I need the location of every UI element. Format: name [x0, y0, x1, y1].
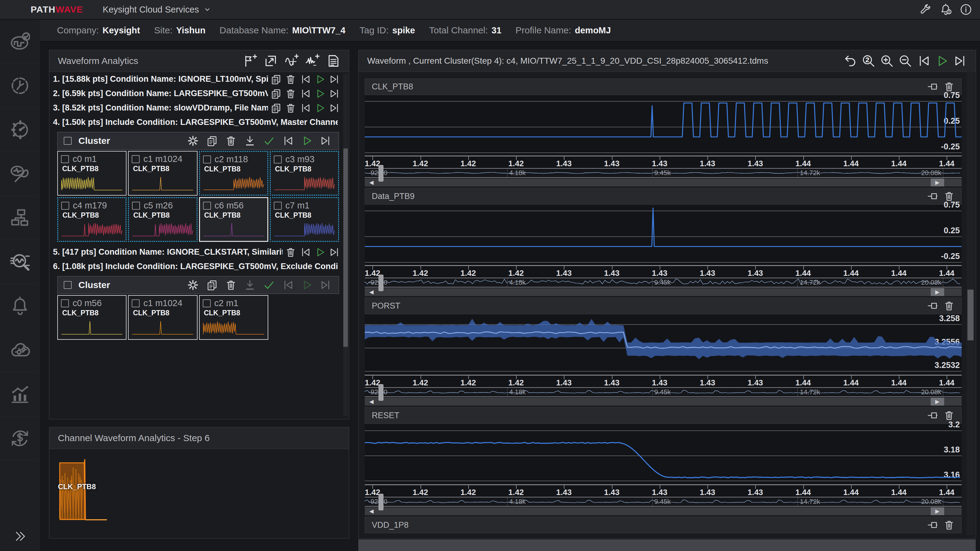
undo-icon[interactable]	[843, 54, 857, 68]
chart-scrollbar[interactable]: ◀▶	[365, 507, 962, 515]
tile-checkbox[interactable]	[203, 202, 211, 210]
cluster-tile-c6[interactable]: c6 m56CLK_PTB8	[199, 197, 268, 242]
download-icon[interactable]	[244, 279, 256, 291]
horizontal-scrollbar[interactable]	[358, 539, 976, 551]
chart-overview-strip[interactable]: -920.04.18k9.45k14.72k20.08k	[365, 168, 962, 178]
tile-checkbox[interactable]	[132, 202, 140, 210]
export-plus-icon[interactable]	[264, 54, 278, 68]
chart-plot[interactable]: 3.2583.25563.2532	[365, 315, 962, 375]
trash-icon[interactable]	[225, 135, 237, 147]
step-back-icon[interactable]	[282, 279, 294, 291]
wrench-icon[interactable]	[920, 3, 932, 16]
pin-icon[interactable]	[927, 300, 938, 311]
analytics-scrollbar[interactable]	[343, 74, 348, 416]
analytics-step-row-2[interactable]: 2. [6.59k pts] Condition Name: LARGESPIK…	[49, 86, 342, 101]
scroll-right-button[interactable]: ▶	[931, 398, 944, 406]
overview-slider-handle[interactable]	[379, 275, 383, 291]
analytics-step-row-6[interactable]: 6. [1.08k pts] Include Condition: LARGES…	[49, 259, 342, 274]
overview-slider-handle[interactable]	[379, 494, 383, 510]
tile-checkbox[interactable]	[203, 299, 211, 307]
analytics-scrollbar-handle[interactable]	[343, 148, 348, 347]
tile-checkbox[interactable]	[274, 156, 282, 164]
sidebar-collapse-button[interactable]	[0, 522, 40, 551]
chart-plot[interactable]: 0.750.25-0.25	[365, 95, 962, 156]
sidebar-item-currency-sync[interactable]	[0, 416, 40, 460]
trash-icon[interactable]	[943, 300, 955, 311]
scroll-right-button[interactable]: ▶	[931, 178, 944, 186]
trash-icon[interactable]	[943, 519, 955, 530]
info-icon[interactable]	[960, 3, 972, 16]
channel-thumbnail[interactable]: CLK_PTB8	[58, 457, 111, 524]
play-icon[interactable]	[935, 54, 949, 68]
pin-icon[interactable]	[927, 410, 938, 421]
cluster-tile-c0[interactable]: c0 m56CLK_PTB8	[57, 295, 126, 340]
trash-icon[interactable]	[943, 410, 955, 421]
cluster-tile-c1[interactable]: c1 m1024CLK_PTB8	[128, 295, 197, 340]
tile-checkbox[interactable]	[274, 202, 282, 210]
tile-checkbox[interactable]	[203, 156, 211, 164]
sidebar-item-waveform-wrench[interactable]	[0, 152, 40, 196]
download-icon[interactable]	[244, 135, 256, 147]
scroll-right-button[interactable]: ▶	[931, 507, 944, 515]
cluster-tile-c4[interactable]: c4 m179CLK_PTB8	[57, 197, 126, 242]
sine-plus-icon[interactable]	[285, 54, 299, 68]
chart-plot[interactable]: 3.23.183.16	[365, 424, 962, 484]
copy-icon[interactable]	[206, 279, 218, 291]
sidebar-item-gauge-gear[interactable]	[0, 108, 40, 152]
play-icon[interactable]	[315, 74, 326, 85]
copy-icon[interactable]	[270, 88, 282, 99]
scroll-left-button[interactable]: ◀	[365, 507, 378, 515]
step-forward-icon[interactable]	[329, 74, 340, 85]
step-back-icon[interactable]	[300, 88, 311, 99]
sidebar-item-waveform-search[interactable]	[0, 240, 40, 284]
scroll-right-button[interactable]: ▶	[931, 288, 944, 296]
zoom-count-icon[interactable]: 2	[862, 54, 875, 68]
sidebar-item-flow-hierarchy[interactable]	[0, 196, 40, 240]
cluster-tile-c5[interactable]: c5 m26CLK_PTB8	[128, 197, 197, 242]
trash-icon[interactable]	[225, 279, 237, 291]
analytics-step-row-5[interactable]: 5. [417 pts] Condition Name: IGNORE_CLKS…	[49, 245, 342, 259]
pin-icon[interactable]	[927, 81, 938, 92]
step-back-icon[interactable]	[300, 74, 311, 85]
tile-checkbox[interactable]	[132, 155, 140, 163]
copy-icon[interactable]	[270, 103, 282, 114]
pin-icon[interactable]	[927, 519, 938, 530]
gear-icon[interactable]	[187, 135, 199, 147]
cluster-tile-c7[interactable]: c7 m1CLK_PTB8	[270, 197, 339, 242]
cluster-checkbox[interactable]	[64, 137, 72, 145]
trash-icon[interactable]	[285, 88, 296, 99]
cluster-tile-c2[interactable]: c2 m118CLK_PTB8	[199, 151, 268, 195]
waveform-scrollbar[interactable]	[967, 71, 975, 535]
tile-checkbox[interactable]	[61, 299, 69, 307]
chart-scrollbar[interactable]: ◀▶	[365, 398, 962, 406]
tile-checkbox[interactable]	[61, 155, 69, 163]
analytics-step-row-3[interactable]: 3. [8.52k pts] Condition Name: slowVDDra…	[49, 101, 342, 115]
play-icon[interactable]	[301, 279, 313, 291]
sidebar-item-clock[interactable]	[0, 64, 40, 108]
zoom-out-icon[interactable]	[899, 54, 912, 68]
flag-plus-icon[interactable]	[243, 54, 257, 68]
scroll-left-button[interactable]: ◀	[365, 288, 378, 296]
step-forward-icon[interactable]	[320, 135, 332, 147]
step-forward-icon[interactable]	[329, 88, 340, 99]
play-icon[interactable]	[315, 247, 326, 258]
overview-slider-handle[interactable]	[379, 165, 383, 181]
copy-icon[interactable]	[270, 74, 282, 85]
trash-icon[interactable]	[285, 103, 296, 114]
chart-scrollbar[interactable]: ◀▶	[365, 178, 962, 186]
trash-icon[interactable]	[285, 247, 296, 258]
step-back-icon[interactable]	[300, 247, 311, 258]
bell-alert-icon[interactable]	[940, 3, 952, 16]
tile-checkbox[interactable]	[132, 299, 140, 307]
sidebar-item-bell[interactable]	[0, 284, 40, 328]
chart-plot[interactable]: 0.750.25-0.25	[365, 205, 962, 265]
sidebar-item-waveform-check[interactable]	[0, 20, 40, 64]
waveform-scrollbar-handle[interactable]	[967, 290, 974, 341]
analytics-step-row-4[interactable]: 4. [1.50k pts] Include Condition: LARGES…	[49, 115, 342, 130]
trash-icon[interactable]	[285, 74, 296, 85]
zoom-in-icon[interactable]	[880, 54, 894, 68]
step-forward-icon[interactable]	[320, 279, 332, 291]
cluster-checkbox[interactable]	[64, 281, 72, 289]
play-icon[interactable]	[301, 135, 313, 147]
scroll-left-button[interactable]: ◀	[365, 178, 378, 186]
